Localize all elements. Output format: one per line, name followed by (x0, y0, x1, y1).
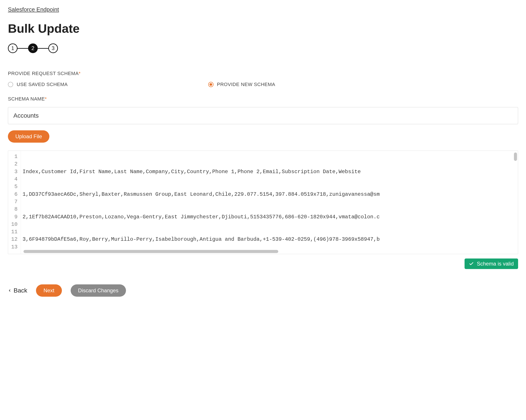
required-asterisk: * (79, 71, 81, 76)
code-editor[interactable]: 1 2 3 4 5 6 7 8 9 10 11 12 13 Index,Cust… (8, 150, 518, 254)
code-line: Index,Customer Id,First Name,Last Name,C… (23, 168, 518, 176)
step-connector (38, 48, 48, 49)
schema-name-label: SCHEMA NAME* (8, 96, 518, 102)
status-badge: Schema is valid (465, 259, 518, 269)
next-button[interactable]: Next (36, 284, 62, 297)
line-number: 11 (11, 228, 19, 236)
step-connector (18, 48, 28, 49)
line-number: 7 (11, 198, 19, 206)
line-number: 2 (11, 160, 19, 168)
radio-dot-icon (210, 83, 212, 86)
code-line: 1,DD37Cf93aecA6Dc,Sheryl,Baxter,Rasmusse… (23, 191, 518, 198)
line-number: 12 (11, 236, 19, 243)
vertical-scrollbar[interactable] (514, 152, 517, 166)
upload-file-button[interactable]: Upload File (8, 130, 49, 143)
code-body[interactable]: Index,Customer Id,First Name,Last Name,C… (21, 151, 518, 254)
horizontal-scrollbar[interactable] (23, 250, 514, 253)
line-number: 9 (11, 213, 19, 221)
label-text: PROVIDE REQUEST SCHEMA (8, 71, 79, 76)
code-line: 2,1Ef7b82A4CAAD10,Preston,Lozano,Vega-Ge… (23, 213, 518, 221)
discard-changes-button[interactable]: Discard Changes (71, 284, 126, 297)
chevron-left-icon (8, 288, 11, 293)
line-number: 10 (11, 221, 19, 228)
breadcrumb-link[interactable]: Salesforce Endpoint (8, 6, 59, 13)
scrollbar-thumb[interactable] (514, 152, 517, 161)
code-line: 3,6F94879bDAfE5a6,Roy,Berry,Murillo-Perr… (23, 236, 518, 243)
line-number: 8 (11, 206, 19, 213)
back-label: Back (14, 287, 27, 294)
line-number: 4 (11, 176, 19, 183)
step-3[interactable]: 3 (48, 43, 58, 53)
schema-section-label: PROVIDE REQUEST SCHEMA* (8, 71, 518, 76)
radio-label: USE SAVED SCHEMA (17, 82, 68, 87)
line-number: 5 (11, 183, 19, 190)
page-title: Bulk Update (8, 21, 518, 36)
radio-provide-new-schema[interactable]: PROVIDE NEW SCHEMA (208, 82, 275, 87)
back-button[interactable]: Back (8, 287, 27, 294)
step-1[interactable]: 1 (8, 43, 18, 53)
check-icon (469, 261, 474, 266)
radio-icon (208, 82, 213, 87)
scrollbar-thumb[interactable] (23, 250, 278, 253)
radio-use-saved-schema[interactable]: USE SAVED SCHEMA (8, 82, 68, 87)
line-number: 6 (11, 191, 19, 198)
radio-label: PROVIDE NEW SCHEMA (217, 82, 275, 87)
stepper: 1 2 3 (8, 43, 518, 53)
line-number-gutter: 1 2 3 4 5 6 7 8 9 10 11 12 13 (8, 151, 21, 254)
schema-name-input[interactable] (8, 107, 518, 124)
required-asterisk: * (45, 96, 47, 102)
status-text: Schema is valid (477, 261, 514, 267)
label-text: SCHEMA NAME (8, 96, 45, 102)
line-number: 13 (11, 243, 19, 251)
step-2[interactable]: 2 (28, 43, 38, 53)
radio-icon (8, 82, 13, 87)
line-number: 3 (11, 168, 19, 176)
line-number: 1 (11, 153, 19, 160)
